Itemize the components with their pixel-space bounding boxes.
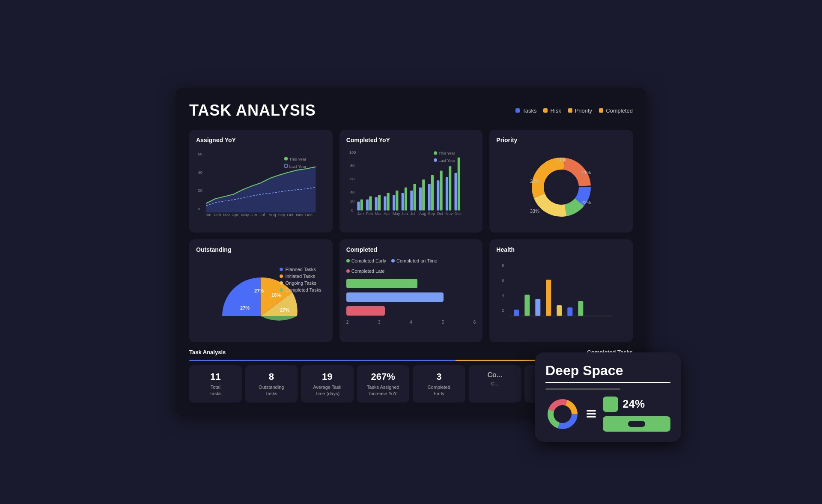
bar-pill <box>628 421 645 427</box>
svg-rect-30 <box>375 197 377 211</box>
svg-rect-84 <box>557 305 562 316</box>
tab-risk[interactable]: Risk <box>543 107 561 114</box>
deep-space-content: 24% <box>545 397 670 432</box>
outer-wrapper: TASK ANALYSIS Tasks Risk Priority Comple… <box>176 88 646 416</box>
completed-yoy-chart: 100 80 60 40 20 0 <box>346 149 476 217</box>
svg-text:Nov: Nov <box>446 212 453 216</box>
svg-text:40: 40 <box>198 170 203 175</box>
svg-rect-29 <box>369 197 372 211</box>
svg-rect-45 <box>440 171 442 211</box>
svg-rect-39 <box>413 184 416 211</box>
svg-text:60: 60 <box>198 152 203 156</box>
deep-space-donut <box>545 397 580 431</box>
health-svg: 8 6 4 2 <box>496 258 626 322</box>
completed-yoy-title: Completed YoY <box>346 137 476 143</box>
assigned-yoy-svg: 60 40 20 0 Jan Feb Mar Ap <box>196 149 326 217</box>
svg-text:22%: 22% <box>530 179 539 184</box>
stat-outstanding-tasks: 8 OutstandingTasks <box>245 365 298 403</box>
svg-rect-48 <box>454 173 457 211</box>
svg-point-92 <box>554 406 571 423</box>
svg-text:11%: 11% <box>557 157 566 162</box>
svg-text:May: May <box>241 212 249 217</box>
svg-text:60: 60 <box>350 177 354 182</box>
deep-space-divider1 <box>545 382 670 383</box>
svg-text:Sep: Sep <box>278 212 285 217</box>
stat-avg-task-time: 19 Average TaskTime (days) <box>301 365 354 403</box>
svg-rect-42 <box>428 184 430 211</box>
svg-text:Nov: Nov <box>296 212 303 217</box>
tab-tasks[interactable]: Tasks <box>515 107 536 114</box>
svg-text:Aug: Aug <box>268 212 276 217</box>
completed-bars-area: Completed Early Completed on Time Comple… <box>346 258 476 335</box>
seg-completed <box>261 316 297 321</box>
health-chart-area: 8 6 4 2 <box>496 258 626 335</box>
svg-text:Dec: Dec <box>454 212 462 216</box>
svg-text:0: 0 <box>351 208 353 212</box>
svg-text:Jun: Jun <box>250 212 257 217</box>
svg-text:This Year: This Year <box>289 157 307 161</box>
svg-text:Mar: Mar <box>223 212 230 217</box>
svg-text:Aug: Aug <box>419 212 426 216</box>
bar-early <box>346 279 417 288</box>
deep-space-card: Deep Space 24% <box>535 352 681 442</box>
svg-text:27%: 27% <box>240 305 250 310</box>
deep-space-divider2 <box>545 388 620 390</box>
svg-point-64 <box>434 158 437 162</box>
svg-text:100: 100 <box>349 151 356 155</box>
stat-completed-col2: Co... C... <box>469 365 521 403</box>
svg-text:0: 0 <box>198 206 200 211</box>
svg-rect-33 <box>387 193 389 210</box>
svg-rect-38 <box>410 191 413 210</box>
stat-total-tasks: 11 TotalTasks <box>189 365 242 403</box>
bar-late <box>346 306 385 316</box>
svg-text:27%: 27% <box>280 307 289 313</box>
bottom-grid: Outstanding 27% 18% <box>189 239 633 342</box>
svg-text:This Year: This Year <box>438 152 455 156</box>
svg-rect-82 <box>536 299 541 316</box>
svg-rect-27 <box>360 200 363 211</box>
bar-ontime <box>346 292 444 302</box>
svg-text:Oct: Oct <box>437 212 443 216</box>
svg-rect-26 <box>357 202 360 211</box>
svg-text:4: 4 <box>502 293 504 298</box>
area-fill <box>206 167 316 213</box>
deep-space-title: Deep Space <box>545 363 670 379</box>
svg-rect-86 <box>578 301 584 316</box>
svg-text:33%: 33% <box>530 209 539 214</box>
svg-point-16 <box>284 157 288 161</box>
svg-text:20: 20 <box>198 188 203 193</box>
svg-text:27%: 27% <box>254 288 264 293</box>
svg-text:Jul: Jul <box>410 212 415 216</box>
svg-point-62 <box>434 151 437 155</box>
stat-tasks-increase: 267% Tasks AssignedIncrease YoY <box>357 365 410 403</box>
tab-completed[interactable]: Completed <box>599 107 633 114</box>
svg-text:Oct: Oct <box>287 212 293 217</box>
svg-text:Apr: Apr <box>384 212 390 216</box>
green-bar[interactable] <box>603 416 670 432</box>
percent-badge: 24% <box>603 397 670 412</box>
risk-dot <box>543 108 548 113</box>
svg-text:6: 6 <box>502 278 504 283</box>
svg-rect-37 <box>405 188 407 211</box>
svg-text:11%: 11% <box>581 170 591 175</box>
priority-card: Priority 11% 11% <box>489 130 633 233</box>
svg-text:Dec: Dec <box>305 212 313 217</box>
svg-rect-49 <box>457 158 460 211</box>
legend-tabs: Tasks Risk Priority Completed <box>515 107 633 114</box>
outstanding-card: Outstanding 27% 18% <box>189 239 333 342</box>
priority-title: Priority <box>496 137 626 143</box>
top-grid: Assigned YoY 60 40 20 0 <box>189 130 633 233</box>
h-bars <box>346 279 476 316</box>
assigned-yoy-title: Assigned YoY <box>196 137 326 143</box>
hamburger-icon[interactable] <box>587 410 596 418</box>
priority-dot <box>568 108 572 113</box>
header: TASK ANALYSIS Tasks Risk Priority Comple… <box>189 101 633 119</box>
svg-rect-32 <box>384 197 386 211</box>
completed-bars-card: Completed Completed Early Completed on T… <box>340 239 483 342</box>
green-square <box>603 397 618 412</box>
svg-text:80: 80 <box>350 164 354 168</box>
tab-priority[interactable]: Priority <box>568 107 592 114</box>
svg-rect-40 <box>419 188 422 211</box>
svg-text:May: May <box>393 212 400 216</box>
priority-donut-svg: 11% 11% 22% 33% 22% <box>523 149 600 226</box>
